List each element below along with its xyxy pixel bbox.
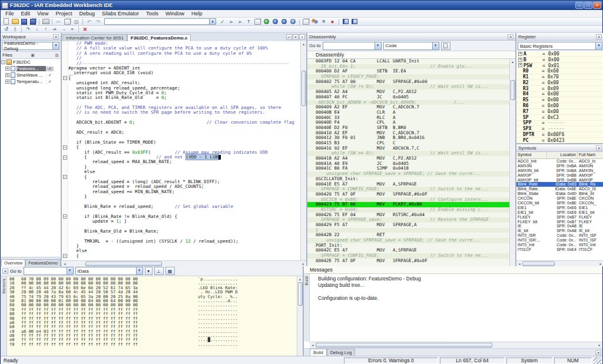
scroll-right-icon[interactable]: ▸ bbox=[598, 261, 603, 267]
new-document-icon[interactable] bbox=[2, 18, 10, 25]
run-to-cursor-icon[interactable]: → bbox=[59, 26, 67, 32]
register-row-a[interactable]: +A= 0x00 bbox=[516, 51, 603, 57]
symbol-row-eie1[interactable]: EIE1SFR: 0xE6EIE1 bbox=[516, 206, 603, 210]
messages-close-icon[interactable]: × bbox=[595, 350, 601, 355]
user-red-icon[interactable]: ● bbox=[329, 18, 336, 25]
workspace-close-icon[interactable]: × bbox=[53, 34, 59, 39]
scroll-up-icon[interactable]: ▴ bbox=[297, 276, 303, 282]
expand-icon[interactable]: + bbox=[5, 80, 9, 84]
location-column-header[interactable]: Location bbox=[547, 152, 578, 158]
register-row-sp[interactable]: SP= 0xC3 bbox=[516, 115, 603, 121]
reset-icon[interactable]: ↺ bbox=[2, 26, 10, 32]
menu-view[interactable]: View bbox=[34, 11, 52, 16]
register-row-r7[interactable]: R7= 0x00 bbox=[516, 109, 603, 115]
editor-tab-f362dc-featuresdemo-c[interactable]: F362DC_FeaturesDemo.c bbox=[127, 34, 191, 41]
editor-close-button[interactable]: × bbox=[299, 34, 305, 40]
symbol-row-flkey-bit[interactable]: FLKEY_bitSFR: 0xB7FLKEY_ bbox=[516, 220, 603, 224]
menu-help[interactable]: Help bbox=[188, 11, 206, 16]
code-editor[interactable]: // PWM mode: // A full scale value will … bbox=[62, 41, 300, 260]
maximize-button[interactable]: □ bbox=[584, 2, 592, 9]
compare-files-icon[interactable] bbox=[302, 18, 310, 25]
tree-node-project[interactable]: −F362DC bbox=[1, 59, 61, 65]
files-column-header[interactable]: Files ▣ ▥ bbox=[1, 51, 61, 59]
editor-hscroll-thumb[interactable] bbox=[85, 262, 162, 266]
memory-goto-input[interactable]: ▾ bbox=[24, 267, 74, 275]
memory-format-button[interactable]: ⊥ bbox=[154, 267, 164, 275]
register-row-r0[interactable]: R0= 0x60 bbox=[516, 68, 603, 74]
expand-icon[interactable]: + bbox=[518, 58, 522, 62]
workspace-config-select[interactable]: FeaturesDemo - Debug ▾ bbox=[2, 42, 59, 50]
fold-collapse-icon[interactable]: − bbox=[62, 155, 68, 160]
menu-window[interactable]: Window bbox=[162, 11, 188, 16]
memory-vscroll-thumb[interactable] bbox=[298, 282, 303, 306]
symbol-row-ie-bit[interactable]: IE_bitSFR: 0xA8IE_bit bbox=[516, 229, 603, 233]
go-icon[interactable]: » bbox=[68, 26, 76, 32]
editor-tab-menu-button[interactable]: ▾ bbox=[293, 34, 299, 40]
scroll-right-icon[interactable]: ▸ bbox=[300, 261, 306, 267]
close-button[interactable]: × bbox=[593, 2, 601, 9]
messages-horizontal-scrollbar[interactable]: ◂ ▸ bbox=[310, 342, 602, 348]
symbol-row-int0-isr[interactable]: INT0_ISR:...Code: 0x...INT0_ISF bbox=[516, 238, 603, 243]
register-row-psw[interactable]: +PSW= 0x01 bbox=[516, 63, 603, 69]
symbol-row-int0-init[interactable]: INT0_InitCode: 0x...INT0_Init bbox=[516, 243, 603, 247]
register-row-spp[interactable]: SPP= ------ bbox=[516, 121, 603, 127]
symbols-close-icon[interactable]: × bbox=[596, 145, 602, 151]
editor-horizontal-scrollbar[interactable]: ◂ ▸ bbox=[62, 260, 306, 266]
register-row-b[interactable]: +B= 0x00 bbox=[516, 57, 603, 63]
symbol-row-ckcon[interactable]: CKCONSFR: 0x8ECKCON bbox=[516, 196, 603, 201]
register-close-icon[interactable]: × bbox=[596, 34, 602, 39]
disassembly-listing[interactable]: 0003FD 12 04 CA LCALL UART0_Init IE_bit.… bbox=[307, 59, 509, 266]
cut-icon[interactable]: ✂ bbox=[55, 18, 62, 25]
user-group-icon[interactable] bbox=[311, 18, 319, 25]
symbol-row-blink-state[interactable]: Blink_StateIData: 0x60Blink_St bbox=[516, 191, 603, 196]
register-row-r2[interactable]: R2= 0x00 bbox=[516, 80, 603, 86]
fold-collapse-icon[interactable]: − bbox=[62, 214, 68, 219]
menu-edit[interactable]: Edit bbox=[18, 11, 34, 16]
memory-side-tab[interactable]: Memory bbox=[1, 276, 7, 356]
build-side-tab[interactable]: Build bbox=[304, 274, 310, 342]
messages-hscroll-thumb[interactable] bbox=[316, 343, 492, 348]
step-into-icon[interactable]: ↓ bbox=[33, 26, 41, 32]
register-row-r4[interactable]: R4= 0x00 bbox=[516, 92, 603, 98]
output-column-icon[interactable]: ▥ bbox=[53, 53, 61, 58]
expand-icon[interactable]: + bbox=[518, 52, 522, 56]
undo-icon[interactable]: ↶ bbox=[85, 18, 93, 25]
pointer-add-icon[interactable]: ➢ bbox=[236, 18, 244, 25]
disasm-vertical-scrollbar[interactable]: ▴ bbox=[509, 59, 515, 266]
minimize-button[interactable]: – bbox=[575, 2, 584, 9]
symbol-row-it01cf[interactable]: IT01CFSFR: 0xE4IT01CF bbox=[516, 247, 603, 252]
menu-debug[interactable]: Debug bbox=[75, 11, 98, 16]
fold-collapse-icon[interactable]: − bbox=[62, 254, 68, 259]
find-combo[interactable]: ▾ bbox=[104, 18, 216, 25]
disasm-mode-select[interactable]: Code ▾ bbox=[383, 42, 439, 50]
expand-icon[interactable]: + bbox=[5, 67, 9, 71]
step-over-icon[interactable]: ↷ bbox=[24, 26, 32, 32]
menu-silabs-emulator[interactable]: Silabs Emulator bbox=[98, 11, 143, 16]
scroll-left-icon[interactable]: ◂ bbox=[62, 261, 68, 267]
symbol-row-amx0n-bit[interactable]: AMX0N_bitSFR: 0xBAAMX0N_ bbox=[516, 168, 603, 173]
print-icon[interactable] bbox=[42, 18, 49, 25]
disassembly-close-icon[interactable]: × bbox=[508, 34, 513, 39]
tree-node-temperatu[interactable]: +Temperatu...✓ bbox=[1, 78, 61, 85]
symbol-row-flkey[interactable]: FLKEYSFR: 0xB7FLKEY bbox=[516, 215, 603, 220]
symbol-row-amx0p[interactable]: AMX0PSFR: 0xBBAMX0P bbox=[516, 173, 603, 178]
edit-pencil-icon[interactable]: ✓ bbox=[218, 18, 226, 25]
memory-close-icon[interactable]: × bbox=[2, 269, 8, 274]
register-row-r3[interactable]: R3= 0x09 bbox=[516, 86, 603, 92]
scroll-up-icon[interactable]: ▴ bbox=[510, 59, 516, 65]
editor-vscroll-thumb[interactable] bbox=[302, 71, 306, 106]
register-row-dptr[interactable]: DPTR= 0x00F6 bbox=[516, 132, 603, 138]
messages-tab-debug-log[interactable]: Debug Log bbox=[327, 349, 356, 356]
open-folder-icon[interactable] bbox=[11, 18, 19, 25]
build-log[interactable]: Building configuration: FeaturesDemo - D… bbox=[310, 274, 602, 342]
layout-window-icon[interactable] bbox=[254, 18, 261, 25]
disasm-vscroll-thumb[interactable] bbox=[511, 80, 515, 100]
memory-hex-dump[interactable]: 0060 70 00 09 00 00 00 00 00 00 00 00 00… bbox=[7, 276, 297, 356]
tree-node-sinewave[interactable]: +SineWave ...✓ bbox=[1, 72, 61, 78]
next-statement-icon[interactable]: ⇒ bbox=[51, 26, 58, 32]
scroll-up-icon[interactable]: ▴ bbox=[301, 41, 307, 47]
workspace-tab-featuresdemo[interactable]: FeaturesDemo bbox=[25, 259, 61, 266]
symbol-column-header[interactable]: Symbol bbox=[516, 152, 547, 158]
fullname-column-header[interactable]: Full Nam bbox=[578, 152, 603, 158]
break-icon[interactable]: ‖ bbox=[11, 26, 19, 32]
